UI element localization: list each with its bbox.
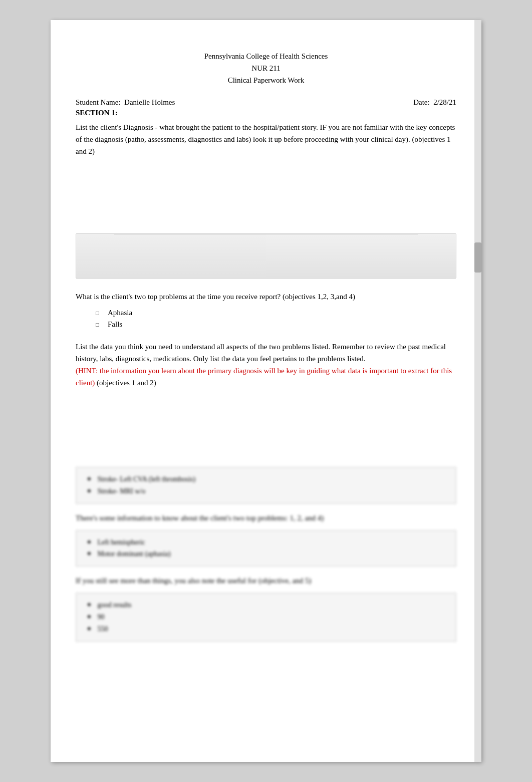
- date-field: Date: 2/28/21: [413, 98, 456, 107]
- page-container: Pennsylvania College of Health Sciences …: [51, 20, 481, 762]
- header-line2: NUR 211: [76, 62, 456, 74]
- section1-description: List the client's Diagnosis - what broug…: [76, 121, 456, 157]
- student-name: Danielle Holmes: [124, 98, 175, 106]
- bullet-text-falls: Falls: [108, 320, 122, 329]
- bullet-icon-2: □: [96, 321, 103, 329]
- question2-answer-area: [76, 397, 456, 457]
- section1-title: SECTION 1:: [76, 109, 456, 117]
- question2-text: List the data you think you need to unde…: [76, 341, 456, 389]
- blurred-content-3: ✦ good results ✦ 90 ✦ 550: [76, 593, 456, 641]
- bullet-item-aphasia: □ Aphasia: [96, 309, 456, 317]
- student-name-field: Student Name: Danielle Holmes: [76, 98, 175, 107]
- blurred-content-1: ✦ Stroke- Left CVA (left thrombosis) ✦ S…: [76, 467, 456, 504]
- blurred-question2: If you still see more than things, you a…: [76, 575, 456, 587]
- student-date-row: Student Name: Danielle Holmes Date: 2/28…: [76, 98, 456, 107]
- blurred-bullet-motor: ✦ Motor dominant (aphasia): [86, 548, 446, 560]
- blurred-question1: There's some information to know about t…: [76, 512, 456, 524]
- header-line3: Clinical Paperwork Work: [76, 74, 456, 86]
- blurred-bullet-mri: ✦ Stroke- MRI w/o: [86, 485, 446, 497]
- bullet-text-aphasia: Aphasia: [108, 309, 132, 317]
- question1-text: What is the client's two top problems at…: [76, 291, 456, 303]
- header-line1: Pennsylvania College of Health Sciences: [76, 50, 456, 62]
- question2-objectives: (objectives 1 and 2): [97, 379, 156, 387]
- blurred-bullet-left: ✦ Left hemispheric: [86, 537, 446, 549]
- student-label: Student Name:: [76, 98, 121, 106]
- section1-answer-area: [76, 165, 456, 225]
- blurred-bottom-section: ✦ Stroke- Left CVA (left thrombosis) ✦ S…: [76, 467, 456, 642]
- bullet-item-falls: □ Falls: [96, 320, 456, 329]
- bottom-padding: [76, 648, 456, 678]
- blurred-bullet-90: ✦ 90: [86, 611, 446, 623]
- blurred-bullet-stroke: ✦ Stroke- Left CVA (left thrombosis): [86, 473, 446, 485]
- question2-main: List the data you think you need to unde…: [76, 343, 446, 363]
- bullet-icon-1: □: [96, 310, 103, 317]
- date-value: 2/28/21: [433, 98, 456, 106]
- scrollbar[interactable]: [474, 20, 481, 762]
- scrollbar-thumb[interactable]: [474, 242, 481, 273]
- date-label: Date:: [413, 98, 429, 106]
- document-header: Pennsylvania College of Health Sciences …: [76, 50, 456, 86]
- question1-bullets: □ Aphasia □ Falls: [96, 309, 456, 329]
- blurred-bullet-550: ✦ 550: [86, 623, 446, 635]
- blurred-bullet-good: ✦ good results: [86, 599, 446, 611]
- blurred-content-2: ✦ Left hemispheric ✦ Motor dominant (aph…: [76, 530, 456, 567]
- separator-line: [114, 234, 418, 234]
- blurred-box-area: [76, 233, 456, 279]
